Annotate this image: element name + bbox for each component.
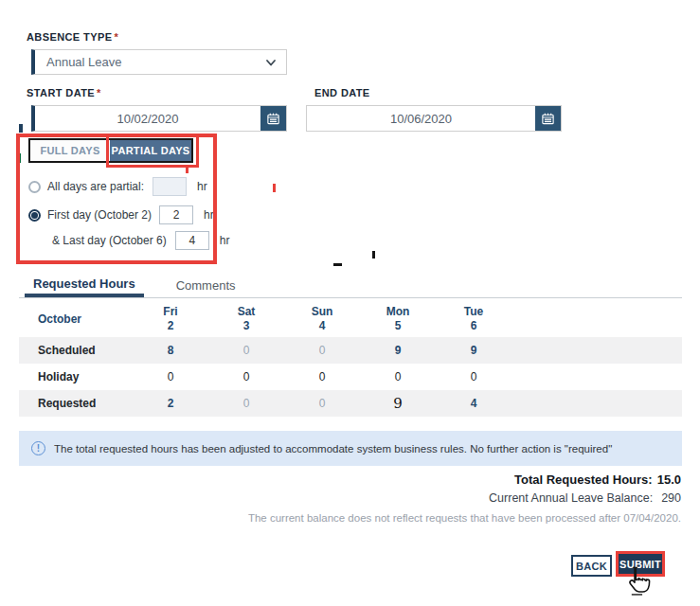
start-date-calendar-icon[interactable] [260, 106, 286, 131]
balance-disclaimer: The current balance does not reflect req… [0, 512, 681, 524]
first-day-row: First day (October 2) hr [28, 205, 214, 224]
absence-type-value: Annual Leave [46, 55, 264, 69]
cell-value: 0 [133, 370, 208, 383]
end-date-input[interactable]: 10/06/2020 [307, 106, 535, 131]
info-banner: ! The total requested hours has been adj… [19, 431, 682, 466]
last-day-hours-input[interactable] [175, 231, 209, 250]
start-date-label: START DATE* [27, 87, 101, 98]
end-date-label: END DATE [314, 87, 370, 98]
column-header: Sat3 [208, 305, 284, 333]
cell-value: 0 [208, 344, 284, 357]
info-banner-text: The total requested hours has been adjus… [54, 443, 612, 454]
start-date-field: 10/02/2020 [31, 105, 287, 132]
annotation-navy-tick [19, 124, 23, 133]
total-requested-hours: Total Requested Hours:15.0 [0, 472, 681, 487]
required-asterisk: * [114, 31, 118, 43]
annotation-dark-tick [372, 251, 375, 258]
last-day-label: & Last day (October 6) [52, 234, 167, 247]
cell-value: 2 [133, 397, 208, 410]
chevron-down-icon [264, 56, 278, 69]
cell-value: 0 [360, 370, 436, 383]
annotation-red-tick-right [273, 184, 276, 192]
cell-value: 0 [284, 344, 360, 357]
cell-value-edited: 9 [360, 395, 436, 412]
column-header: Mon5 [360, 305, 436, 333]
absence-type-label: ABSENCE TYPE* [27, 31, 118, 43]
info-circle-icon: ! [31, 441, 45, 455]
annotation-box-submit: SUBMIT [616, 551, 665, 577]
last-day-row: & Last day (October 6) hr [52, 231, 229, 250]
annotation-red-tick-tab [186, 168, 188, 173]
all-days-unit-label: hr [197, 180, 207, 193]
start-date-input[interactable]: 10/02/2020 [35, 106, 260, 131]
requested-hours-table: October Fri2 Sat3 Sun4 Mon5 Tue6 Schedul… [19, 301, 682, 417]
first-day-unit-label: hr [204, 208, 214, 222]
all-days-partial-label: All days are partial: [47, 180, 144, 193]
leave-request-form: ABSENCE TYPE* Annual Leave START DATE* E… [0, 0, 700, 606]
submit-button[interactable]: SUBMIT [619, 554, 662, 574]
column-header: Tue6 [436, 305, 512, 333]
cell-value: 0 [436, 370, 512, 383]
first-day-label: First day (October 2) [47, 208, 152, 222]
section-tab-bar: Requested Hours Comments [19, 274, 682, 298]
cell-value: 0 [208, 397, 284, 410]
annotation-dark-dash [333, 263, 342, 266]
month-label: October [19, 312, 133, 326]
cell-value: 4 [436, 397, 512, 410]
cell-value: 0 [284, 397, 360, 410]
cell-value: 9 [436, 344, 512, 357]
annotation-green-tick [18, 153, 21, 163]
all-days-partial-row: All days are partial: hr [28, 177, 207, 196]
tab-requested-hours[interactable]: Requested Hours [25, 274, 144, 297]
all-days-hours-input[interactable] [153, 177, 187, 196]
end-date-calendar-icon[interactable] [535, 106, 561, 131]
leave-balance: Current Annual Leave Balance:290 [0, 491, 681, 505]
total-requested-hours-value: 15.0 [657, 472, 681, 487]
day-type-tab-group: FULL DAYS PARTIAL DAYS [28, 138, 193, 163]
column-header: Sun4 [284, 305, 360, 333]
tab-partial-days[interactable]: PARTIAL DAYS [110, 140, 191, 161]
cell-value: 0 [208, 370, 284, 383]
cell-value: 0 [284, 370, 360, 383]
required-asterisk: * [97, 87, 101, 98]
leave-balance-value: 290 [661, 491, 681, 505]
table-header-row: October Fri2 Sat3 Sun4 Mon5 Tue6 [19, 301, 682, 337]
last-day-unit-label: hr [220, 234, 230, 247]
first-day-hours-input[interactable] [159, 205, 193, 224]
table-row-holiday: Holiday 0 0 0 0 0 [19, 364, 682, 390]
table-row-scheduled: Scheduled 8 0 0 9 9 [19, 337, 682, 364]
first-last-day-radio[interactable] [28, 209, 41, 222]
back-button[interactable]: BACK [571, 555, 612, 577]
column-header: Fri2 [133, 305, 208, 333]
table-row-requested: Requested 2 0 0 9 4 [19, 390, 682, 417]
tab-comments[interactable]: Comments [168, 274, 244, 297]
tab-full-days[interactable]: FULL DAYS [30, 140, 110, 161]
end-date-field: 10/06/2020 [306, 105, 562, 132]
all-days-partial-radio[interactable] [28, 181, 41, 193]
absence-type-select[interactable]: Annual Leave [31, 49, 287, 75]
cell-value: 8 [133, 344, 208, 357]
cell-value: 9 [360, 344, 436, 357]
